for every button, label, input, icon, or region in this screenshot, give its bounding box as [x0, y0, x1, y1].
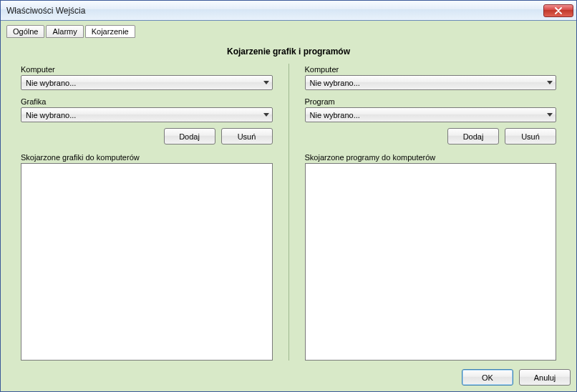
right-list-label: Skojarzone programy do komputerów — [305, 153, 557, 162]
left-button-row: Dodaj Usuń — [21, 128, 273, 144]
dialog-window: Właściwości Wejścia Ogólne Alarmy Kojarz… — [0, 0, 577, 392]
right-listbox[interactable] — [305, 163, 557, 361]
left-graphic-label: Grafika — [21, 97, 273, 106]
page-heading: Kojarzenie grafik i programów — [6, 46, 571, 57]
right-computer-value: Nie wybrano... — [310, 79, 545, 87]
left-column: Komputer Nie wybrano... Grafika Nie wybr… — [6, 64, 287, 361]
ok-button[interactable]: OK — [462, 369, 513, 386]
right-add-button[interactable]: Dodaj — [447, 128, 499, 144]
dialog-footer: OK Anuluj — [6, 361, 571, 386]
chevron-down-icon — [263, 81, 269, 84]
cancel-button[interactable]: Anuluj — [519, 369, 571, 386]
client-area: Ogólne Alarmy Kojarzenie Kojarzenie graf… — [1, 21, 576, 391]
chevron-down-icon — [547, 113, 553, 117]
tab-association[interactable]: Kojarzenie — [85, 25, 135, 38]
left-computer-dropdown[interactable]: Nie wybrano... — [21, 75, 273, 90]
left-computer-value: Nie wybrano... — [26, 79, 261, 87]
right-column: Komputer Nie wybrano... Program Nie wybr… — [291, 64, 571, 361]
chevron-down-icon — [547, 81, 553, 84]
close-icon — [555, 7, 562, 14]
tab-general[interactable]: Ogólne — [6, 25, 44, 38]
close-button[interactable] — [543, 4, 573, 17]
right-program-dropdown[interactable]: Nie wybrano... — [305, 107, 557, 122]
columns: Komputer Nie wybrano... Grafika Nie wybr… — [6, 64, 571, 361]
right-delete-button[interactable]: Usuń — [505, 128, 556, 144]
left-delete-button[interactable]: Usuń — [221, 128, 273, 144]
titlebar: Właściwości Wejścia — [1, 1, 576, 21]
right-computer-label: Komputer — [305, 65, 557, 74]
chevron-down-icon — [263, 113, 269, 117]
left-list-label: Skojarzone grafiki do komputerów — [21, 153, 273, 162]
left-computer-label: Komputer — [21, 65, 273, 74]
left-graphic-dropdown[interactable]: Nie wybrano... — [21, 107, 273, 122]
right-button-row: Dodaj Usuń — [305, 128, 557, 144]
tab-strip: Ogólne Alarmy Kojarzenie — [6, 25, 571, 38]
left-graphic-value: Nie wybrano... — [26, 111, 261, 119]
column-divider — [288, 64, 289, 361]
right-computer-dropdown[interactable]: Nie wybrano... — [305, 75, 557, 90]
right-program-value: Nie wybrano... — [310, 111, 545, 119]
left-add-button[interactable]: Dodaj — [164, 128, 215, 144]
window-title: Właściwości Wejścia — [6, 6, 543, 16]
right-program-label: Program — [305, 97, 557, 106]
tab-alarms[interactable]: Alarmy — [46, 25, 83, 38]
left-listbox[interactable] — [21, 163, 273, 361]
